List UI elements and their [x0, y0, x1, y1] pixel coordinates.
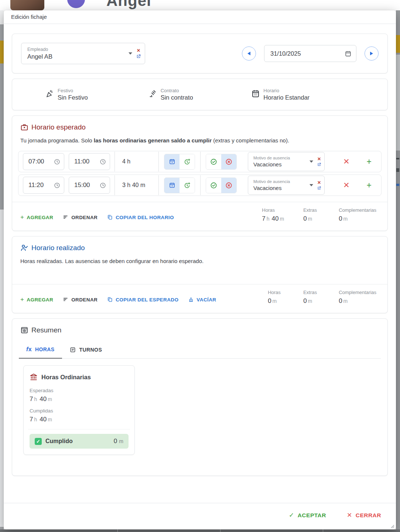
- next-day-button[interactable]: [365, 46, 379, 61]
- check-icon: ✓: [289, 511, 294, 519]
- delete-row-button[interactable]: ✕: [343, 157, 350, 166]
- document-icon: [69, 346, 76, 353]
- triangle-left-icon: [247, 52, 250, 55]
- plus-icon: +: [20, 214, 24, 221]
- festivo-value: Sin Festivo: [58, 94, 88, 101]
- clear-employee-icon[interactable]: ✕: [137, 48, 140, 53]
- date-field[interactable]: 31/10/2025: [264, 45, 356, 62]
- start-time-input[interactable]: 07:00: [23, 153, 64, 170]
- esperado-row: 07:00 11:00 4 h: [18, 151, 382, 172]
- tab-turnos[interactable]: TURNOS: [62, 342, 110, 358]
- plus-icon: +: [20, 296, 24, 303]
- delete-row-button[interactable]: ✕: [343, 181, 350, 190]
- previous-day-button[interactable]: [242, 46, 256, 61]
- check-circle-icon: [210, 182, 217, 189]
- checkbox-check-icon: ✓: [35, 438, 42, 445]
- open-in-new-icon[interactable]: [136, 54, 141, 59]
- realizado-description: Horas realizadas. Las ausencias se deben…: [20, 258, 382, 264]
- agregar-button[interactable]: +AGREGAR: [20, 214, 53, 221]
- employee-select[interactable]: Empleado Angel AB ✕: [21, 43, 145, 64]
- type-toggle: [164, 154, 195, 170]
- agregar-button[interactable]: +AGREGAR: [20, 296, 53, 303]
- tab-horas[interactable]: fx HORAS: [19, 342, 62, 359]
- stat-extras: Extras 0m: [303, 290, 322, 305]
- absence-reason-label: Motivo de ausencia: [253, 179, 306, 184]
- type-calendar-option[interactable]: [164, 178, 180, 193]
- ordenar-button[interactable]: ORDENAR: [63, 297, 98, 303]
- cumplidas-block: Cumplidas 7h40m: [30, 408, 129, 423]
- clock-icon[interactable]: [54, 159, 60, 165]
- sort-icon: [63, 214, 69, 220]
- more-time-icon: [184, 158, 191, 165]
- absence-reason-select[interactable]: Motivo de ausencia Vacaciones ✕: [248, 152, 325, 171]
- duration-value: 3 h 40 m: [115, 182, 158, 189]
- chevron-down-icon[interactable]: [310, 160, 313, 163]
- presence-toggle: [206, 154, 237, 170]
- absence-reason-select[interactable]: Motivo de ausencia Vacaciones ✕: [248, 176, 325, 195]
- clock-icon[interactable]: [100, 159, 106, 165]
- clear-reason-icon[interactable]: ✕: [317, 157, 321, 161]
- chevron-down-icon[interactable]: [310, 184, 313, 186]
- presence-ok-option[interactable]: [206, 154, 221, 169]
- background-page-strip-bottom: [0, 529, 400, 532]
- absence-reason-value: Vacaciones: [253, 185, 306, 191]
- dialog-footer: ✓ACEPTAR ✕CERRAR: [4, 503, 396, 529]
- type-calendar-option[interactable]: [164, 154, 180, 169]
- function-icon: fx: [26, 346, 32, 353]
- type-extra-time-option[interactable]: [180, 154, 195, 169]
- background-page-strip-top: Angel: [0, 0, 400, 10]
- horario-realizado-section: Horario realizado Horas realizadas. Las …: [12, 236, 388, 313]
- resumen-section: Resumen fx HORAS TURNOS: [12, 318, 388, 476]
- celebration-icon: [45, 89, 54, 98]
- start-time-input[interactable]: 11:20: [23, 177, 64, 194]
- horario-info: Horario Horario Estandar: [251, 88, 354, 101]
- cerrar-button[interactable]: ✕CERRAR: [347, 511, 381, 519]
- end-time-input[interactable]: 11:00: [69, 153, 110, 170]
- clear-reason-icon[interactable]: ✕: [317, 180, 321, 185]
- aceptar-button[interactable]: ✓ACEPTAR: [289, 511, 326, 519]
- festivo-label: Festivo: [58, 88, 88, 93]
- end-time-input[interactable]: 15:00: [69, 177, 110, 194]
- resumen-title: Resumen: [31, 326, 61, 334]
- copiar-del-horario-button[interactable]: COPIAR DEL HORARIO: [107, 214, 174, 220]
- calendar-icon[interactable]: [345, 50, 352, 57]
- presence-toggle: [206, 177, 237, 193]
- esperadas-block: Esperadas 7h40m: [30, 388, 129, 403]
- esperado-rows: 07:00 11:00 4 h: [18, 151, 382, 196]
- type-extra-time-option[interactable]: [180, 178, 195, 193]
- stat-horas: Horas 0m: [268, 290, 286, 305]
- chevron-down-icon[interactable]: [129, 52, 132, 55]
- open-in-new-icon[interactable]: [317, 186, 321, 190]
- edit-timeclock-dialog: Edición fichaje Empleado Angel AB ✕: [4, 10, 396, 529]
- absence-reason-label: Motivo de ausencia: [253, 156, 306, 160]
- person-check-icon: [20, 244, 28, 252]
- open-in-new-icon[interactable]: [317, 162, 321, 167]
- calendar-day-icon: [169, 158, 175, 165]
- clock-icon[interactable]: [100, 182, 106, 189]
- stat-complementarias: Complementarias 0m: [339, 290, 376, 305]
- horas-ordinarias-card: Horas Ordinarias Esperadas 7h40m Cumplid…: [23, 365, 135, 455]
- employee-date-card: Empleado Angel AB ✕ 31/10/2025: [12, 34, 388, 73]
- resize-handle-icon[interactable]: [390, 524, 394, 528]
- add-row-button[interactable]: +: [367, 157, 372, 167]
- esperado-stats: Horas 7h40m Extras 0m Complementarias 0m: [262, 207, 379, 222]
- check-circle-icon: [210, 158, 217, 165]
- type-toggle: [164, 177, 195, 193]
- ordenar-button[interactable]: ORDENAR: [63, 214, 98, 220]
- bank-icon: [30, 373, 38, 381]
- presence-ok-option[interactable]: [206, 178, 221, 193]
- add-row-button[interactable]: +: [367, 180, 372, 190]
- esperado-title: Horario esperado: [31, 123, 86, 131]
- contrato-label: Contrato: [161, 88, 193, 93]
- background-avatar: [10, 0, 44, 10]
- vaciar-button[interactable]: VACÍAR: [188, 297, 216, 303]
- start-time-value: 07:00: [28, 158, 44, 165]
- horario-esperado-section: Horario esperado Tu jornada programada. …: [12, 115, 388, 231]
- presence-absence-option[interactable]: [221, 178, 236, 193]
- dialog-header[interactable]: Edición fichaje: [4, 10, 396, 24]
- presence-absence-option[interactable]: [221, 154, 236, 169]
- copiar-del-esperado-button[interactable]: COPIAR DEL ESPERADO: [107, 297, 178, 303]
- clock-icon[interactable]: [54, 182, 60, 189]
- date-navigation: 31/10/2025: [242, 45, 379, 62]
- preview-eye-icon: [20, 326, 28, 334]
